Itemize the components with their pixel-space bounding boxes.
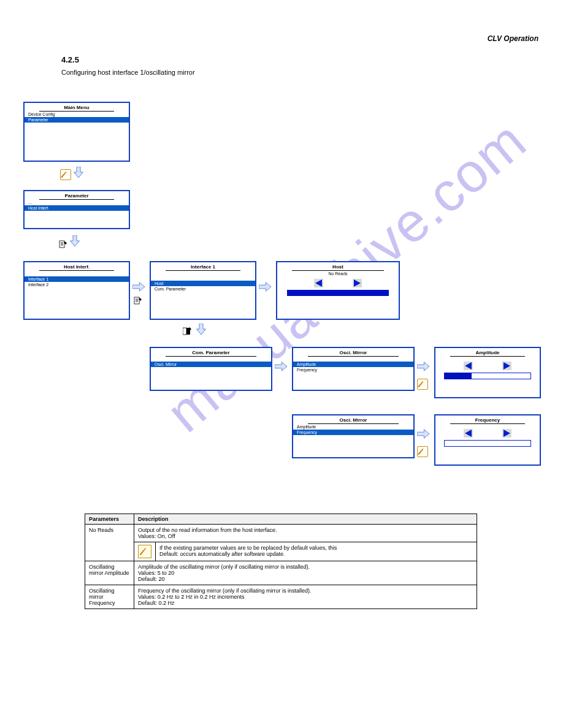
param-cell: Oscillating mirror Amplitude [85, 561, 134, 585]
section-title: Configuring host interface 1/oscillating… [61, 69, 195, 76]
triangle-left-icon[interactable] [464, 362, 473, 370]
pencil-icon [417, 446, 428, 457]
adjust-frequency: Frequency [434, 414, 541, 466]
menu-row-selected: Frequency [293, 430, 413, 435]
adjust-bar [444, 440, 531, 447]
menu-title: Host Interf. [39, 264, 114, 271]
table-row: No Reads Output of the no read informati… [85, 525, 477, 542]
desc-line: Values: 5 to 20 [138, 570, 473, 576]
triangle-right-icon[interactable] [502, 429, 511, 438]
arrow-right-icon [417, 362, 429, 371]
arrow-down-icon [74, 167, 83, 178]
adjust-bar [444, 373, 531, 379]
legend-table: Parameters Description No Reads Output o… [85, 514, 477, 609]
menu-row-selected: Parameter [25, 117, 129, 123]
menu-title: Frequency [450, 417, 525, 424]
menu-osci-1: Osci. Mirror Amplitude Frequency [292, 347, 415, 391]
param-cell: No Reads [85, 525, 134, 561]
section-number: 4.2.5 [61, 55, 79, 64]
menu-title: Host [292, 264, 384, 271]
menu-row: No Reads [277, 271, 399, 276]
arrow-right-icon [417, 429, 429, 439]
param-cell: Oscillating mirror Frequency [85, 585, 134, 609]
menu-title: Osci. Mirror [308, 417, 399, 424]
desc-line: Values: On, Off [138, 533, 473, 539]
menu-main: Main Menu Device Config Parameter [23, 102, 130, 162]
arrow-right-icon [259, 282, 271, 292]
desc-line: Default: 20 [138, 576, 473, 582]
table-row: Oscillating mirror Amplitude Amplitude o… [85, 561, 477, 585]
menu-title: Com. Parameter [166, 350, 256, 357]
desc-cell: Frequency of the oscillating mirror (onl… [134, 585, 477, 609]
menu-title: Main Menu [39, 105, 114, 112]
menu-row: Com. Parameter [151, 286, 255, 292]
triangle-right-icon[interactable] [353, 279, 362, 287]
arrow-down-icon [70, 235, 80, 246]
desc-line: Default: 0.2 Hz [138, 600, 473, 606]
desc-line: Values: 0.2 Hz to 2 Hz in 0.2 Hz increme… [138, 594, 473, 600]
desc-line: Output of the no read information from t… [138, 527, 473, 533]
arrow-right-icon [275, 362, 287, 371]
menu-osci-2: Osci. Mirror Amplitude Frequency [292, 414, 415, 458]
desc-line: Default: occurs automatically after soft… [159, 551, 285, 557]
menu-title: Amplitude [450, 350, 525, 357]
note-icon-cell [134, 542, 156, 561]
menu-row: Amplitude [293, 424, 413, 430]
menu-row-selected: Osci. Mirror [151, 362, 271, 367]
menu-row-selected: Host Interf. [25, 205, 129, 211]
menu-interface1: Interface 1 Host Com. Parameter [150, 261, 256, 320]
pencil-icon [417, 379, 428, 390]
list-icon [183, 327, 191, 336]
menu-title: Parameter [39, 193, 114, 200]
menu-com-param: Com. Parameter Osci. Mirror Amplitude [150, 347, 272, 391]
menu-row: Interface 2 [25, 282, 129, 287]
svg-rect-8 [183, 328, 186, 335]
desc-line: If the existing parameter values are to … [159, 545, 337, 551]
th-param: Parameters [85, 514, 134, 525]
menu-parameter: Parameter ... Host Interf. [23, 190, 130, 229]
menu-row-selected: Host [151, 281, 255, 286]
menu-host: Host No Reads [276, 261, 400, 320]
desc-line: Amplitude of the oscillating mirror (onl… [138, 564, 473, 570]
menu-title: Osci. Mirror [308, 350, 399, 357]
clipboard-icon [59, 240, 67, 249]
svg-rect-4 [134, 297, 139, 304]
clipboard-icon [134, 297, 142, 305]
desc-cell: Amplitude of the oscillating mirror (onl… [134, 561, 477, 585]
desc-cell: Output of the no read information from t… [134, 525, 477, 542]
legend-table-wrap: Parameters Description No Reads Output o… [85, 514, 478, 609]
desc-line: Frequency of the oscillating mirror (onl… [138, 588, 473, 594]
menu-host-interf: Host Interf. Interface 1 Interface 1 Int… [23, 261, 130, 320]
menu-row: ... [25, 200, 129, 205]
menu-row: Frequency [293, 367, 413, 373]
arrow-down-icon [196, 324, 206, 335]
page-header: CLV Operation [488, 34, 538, 43]
triangle-left-icon[interactable] [314, 279, 323, 287]
menu-title: Interface 1 [166, 264, 240, 271]
pencil-icon [60, 169, 71, 180]
adjust-arrows [435, 362, 540, 370]
arrow-right-icon [132, 282, 145, 292]
th-desc: Description [134, 514, 477, 525]
adjust-bar [287, 290, 389, 296]
svg-rect-0 [59, 241, 64, 248]
adjust-arrows [277, 279, 399, 287]
adjust-amplitude: Amplitude [434, 347, 541, 398]
triangle-left-icon[interactable] [464, 429, 473, 438]
triangle-right-icon[interactable] [502, 362, 511, 370]
table-row: Oscillating mirror Frequency Frequency o… [85, 585, 477, 609]
table-row: If the existing parameter values are to … [85, 542, 477, 561]
adjust-arrows [435, 429, 540, 438]
menu-row: Device Config [25, 112, 129, 117]
pencil-icon [138, 545, 151, 558]
note-cell: If the existing parameter values are to … [156, 542, 477, 561]
menu-row-selected: Interface 1 [25, 276, 129, 282]
menu-row-selected: Amplitude [293, 362, 413, 367]
